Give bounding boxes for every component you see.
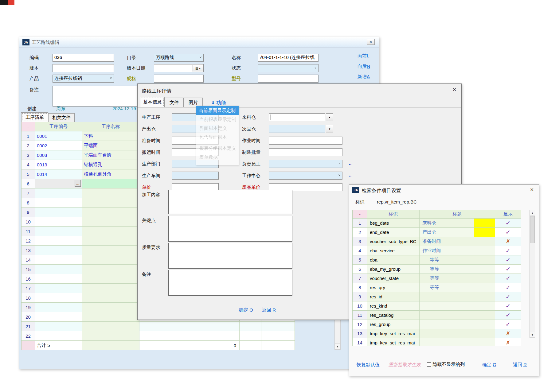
yellow-color-cell[interactable] <box>474 219 495 227</box>
show-flag-cell[interactable]: ✓ <box>495 311 521 320</box>
calendar-icon[interactable]: ▦ ▾ <box>193 65 203 72</box>
show-flag-cell[interactable]: ✗ <box>495 329 521 338</box>
field-input-r5[interactable]: ∨ <box>269 160 342 168</box>
process-code-cell[interactable] <box>35 303 82 312</box>
scroll-thumb[interactable] <box>530 216 535 243</box>
process-code-cell[interactable] <box>35 331 82 341</box>
table-row[interactable]: 10res_kind✓ <box>353 301 521 311</box>
process-name-cell[interactable] <box>82 246 139 255</box>
process-name-cell[interactable] <box>82 303 139 312</box>
process-code-cell[interactable]: 0002 <box>35 141 82 150</box>
nav-link-N[interactable]: 向后N <box>358 64 370 69</box>
dropdown-arrow-icon[interactable]: ▼ <box>326 125 333 133</box>
title-cell[interactable]: 等等 <box>420 274 495 283</box>
field-input-r2[interactable] <box>269 125 325 133</box>
title-cell[interactable]: 等等 <box>420 283 495 292</box>
ident-cell[interactable]: res_group <box>367 320 420 329</box>
menu-item-ghost[interactable]: 包含界面脚本 <box>196 133 239 142</box>
title-cell[interactable] <box>420 311 495 320</box>
textarea-4[interactable] <box>168 270 292 296</box>
ident-cell[interactable]: end_date <box>367 228 420 237</box>
title-cell[interactable]: 准备时间 <box>420 237 495 246</box>
state-combo[interactable]: ∨ <box>258 64 318 72</box>
tab-process-list[interactable]: 工序清单 <box>21 112 48 122</box>
ident-cell[interactable]: tmp_key_set_res_mai <box>367 338 420 346</box>
process-name-cell[interactable] <box>82 331 139 341</box>
process-code-cell[interactable] <box>35 208 82 217</box>
show-flag-cell[interactable]: ✓ <box>495 265 521 274</box>
process-name-cell[interactable] <box>82 284 139 293</box>
code-input[interactable]: 036 <box>53 54 114 62</box>
process-code-cell[interactable] <box>35 246 82 255</box>
menu-item-selected[interactable]: 当前界面显示定制 <box>196 106 239 115</box>
process-name-cell[interactable]: 钻横通孔 <box>82 160 139 169</box>
close-icon[interactable]: ✕ <box>367 39 375 45</box>
show-flag-cell[interactable]: ✓ <box>495 283 521 292</box>
more-dots-link[interactable]: .. <box>349 161 351 166</box>
table-row[interactable]: 4eba_service作业时间✓ <box>353 246 521 255</box>
table-row[interactable]: 2end_date产出仓✓ <box>353 228 521 237</box>
process-code-cell[interactable]: ... <box>35 179 82 188</box>
table-row[interactable]: 1beg_date来料仓✓ <box>353 219 521 228</box>
process-code-cell[interactable]: 0003 <box>35 150 82 160</box>
ident-cell[interactable]: res_catalog <box>367 311 420 320</box>
process-code-cell[interactable]: 0014 <box>35 169 82 179</box>
back-button[interactable]: 返回 R <box>262 307 276 313</box>
process-name-cell[interactable] <box>82 255 139 265</box>
title-cell[interactable] <box>420 338 495 346</box>
process-name-cell[interactable] <box>82 236 139 246</box>
title-cell[interactable]: 等等 <box>420 265 495 274</box>
process-name-cell[interactable]: 下料 <box>82 131 139 141</box>
close-icon[interactable]: ✕ <box>452 87 456 92</box>
title-cell[interactable]: 来料仓 <box>420 219 495 228</box>
table-row[interactable]: 21 <box>21 322 295 331</box>
process-name-cell[interactable] <box>82 322 139 331</box>
scroll-down-icon[interactable]: ▼ <box>335 343 340 349</box>
show-flag-cell[interactable]: ✗ <box>495 338 521 346</box>
checkbox-icon[interactable] <box>427 362 431 367</box>
ok-button[interactable]: 确定 O <box>482 362 496 368</box>
show-flag-cell[interactable]: ✓ <box>495 292 521 301</box>
table-row[interactable]: 14tmp_key_set_res_mai✗ <box>353 338 521 346</box>
table-row[interactable]: 12res_group✓ <box>353 320 521 329</box>
title-cell[interactable] <box>420 320 495 329</box>
table-row[interactable]: 7voucher_state等等✓ <box>353 274 521 283</box>
process-name-cell[interactable] <box>82 179 139 188</box>
process-name-cell[interactable] <box>82 208 139 217</box>
show-flag-cell[interactable]: ✓ <box>495 320 521 329</box>
table-row[interactable]: 9res_id✓ <box>353 292 521 301</box>
textarea-1[interactable] <box>168 190 292 214</box>
tab-related-files[interactable]: 相关文件 <box>48 113 75 122</box>
field-input-r1[interactable] <box>269 113 325 121</box>
ident-cell[interactable]: eba <box>367 255 420 265</box>
ident-cell[interactable]: voucher_sub_type_BC <box>367 237 420 246</box>
scroll-up-icon[interactable]: ▲ <box>530 210 535 216</box>
process-code-cell[interactable] <box>35 265 82 274</box>
menu-item-ghost[interactable]: 报表分组脚本定义 <box>196 144 239 153</box>
field-input-r3[interactable] <box>269 137 342 145</box>
process-code-cell[interactable]: 0013 <box>35 160 82 169</box>
process-code-cell[interactable]: 0001 <box>35 131 82 141</box>
process-name-cell[interactable] <box>82 188 139 198</box>
scroll-down-icon[interactable]: ▼ <box>530 332 535 338</box>
menu-item-ghost[interactable]: 表单数据 <box>196 153 239 162</box>
process-name-cell[interactable]: 横通孔倒外角 <box>82 169 139 179</box>
close-icon[interactable]: ✕ <box>530 187 534 192</box>
catalog-combo[interactable]: 万顺路线∨ <box>154 54 204 62</box>
process-name-cell[interactable] <box>82 198 139 208</box>
field-input-r4[interactable] <box>269 148 342 156</box>
show-flag-cell[interactable]: ✗ <box>495 237 521 246</box>
ellipsis-button[interactable]: ... <box>75 180 81 187</box>
title-cell[interactable]: 等等 <box>420 255 495 265</box>
textarea-2[interactable] <box>168 216 292 242</box>
process-code-cell[interactable] <box>35 322 82 331</box>
show-flag-cell[interactable]: ✓ <box>495 246 521 255</box>
function-menu-button[interactable]: ⬇ 功能 <box>211 100 226 106</box>
process-code-cell[interactable] <box>35 293 82 303</box>
nav-link-A[interactable]: 新增A <box>358 74 370 80</box>
ok-button[interactable]: 确定 O <box>239 307 253 313</box>
spec-input[interactable] <box>154 75 204 83</box>
show-flag-cell[interactable]: ✓ <box>495 301 521 311</box>
process-name-cell[interactable] <box>82 217 139 227</box>
product-combo[interactable]: 连接座拉线销∨ <box>53 75 114 83</box>
